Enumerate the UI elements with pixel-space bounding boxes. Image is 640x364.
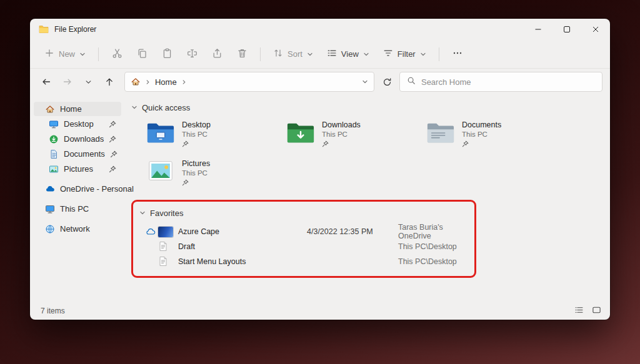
item-name: Start Menu Layouts (178, 257, 307, 266)
sidebar-item-desktop[interactable]: Desktop (34, 117, 121, 131)
home-icon (45, 104, 55, 114)
onedrive-sync-cloud-icon (143, 228, 158, 235)
item-location: This PC\Desktop (398, 257, 474, 266)
document-icon (158, 241, 168, 253)
sidebar-item-documents[interactable]: Documents (34, 147, 121, 161)
desktop-icon (49, 119, 59, 129)
pictures-icon (49, 164, 59, 174)
items-count: 7 items (41, 307, 65, 315)
this-pc-icon (45, 204, 55, 214)
item-location: This PC (182, 169, 210, 177)
downloads-folder-icon (286, 120, 315, 145)
refresh-button[interactable] (378, 73, 396, 91)
sidebar-item-label: Pictures (64, 164, 93, 174)
network-icon (45, 224, 55, 234)
breadcrumb-home[interactable]: Home (155, 77, 177, 87)
cut-button[interactable] (106, 44, 128, 65)
favorites-item-start-menu-layouts[interactable]: Start Menu Layouts This PC\Desktop (139, 255, 474, 268)
rename-icon (187, 48, 198, 61)
sidebar-item-onedrive[interactable]: OneDrive - Personal (34, 182, 121, 196)
pin-icon (109, 165, 116, 173)
view-label: View (341, 49, 359, 59)
up-button[interactable] (101, 73, 118, 91)
sidebar-item-label: Downloads (64, 134, 104, 144)
delete-button[interactable] (231, 44, 253, 65)
quick-access-item-downloads[interactable]: Downloads This PC (282, 117, 422, 154)
maximize-button[interactable] (552, 19, 581, 40)
search-icon (407, 76, 416, 87)
item-location: Taras Buria's OneDrive (398, 223, 474, 240)
chevron-right-icon (145, 79, 151, 85)
items-view: Quick access Desktop This PC (125, 95, 610, 302)
sidebar-item-home[interactable]: Home (34, 102, 121, 116)
sidebar-item-pictures[interactable]: Pictures (34, 162, 121, 176)
section-title: Favorites (150, 209, 183, 218)
paste-button[interactable] (156, 44, 178, 65)
address-bar[interactable]: Home (124, 72, 374, 92)
sort-label: Sort (288, 49, 302, 59)
downloads-icon (49, 134, 59, 144)
sidebar-item-downloads[interactable]: Downloads (34, 132, 121, 146)
address-dropdown-chevron-icon[interactable] (362, 79, 368, 85)
pictures-photo-icon (146, 159, 175, 184)
chevron-down-icon (363, 51, 369, 57)
item-name: Pictures (182, 159, 210, 168)
sort-button[interactable]: Sort (268, 44, 319, 64)
section-title: Quick access (142, 103, 190, 112)
item-location: This PC (182, 130, 211, 138)
quick-access-item-documents[interactable]: Documents This PC (422, 117, 562, 154)
search-box[interactable] (399, 72, 602, 92)
pin-icon (182, 179, 210, 186)
filter-label: Filter (398, 49, 416, 59)
new-button[interactable]: New (39, 44, 91, 64)
share-icon (212, 48, 222, 61)
view-button[interactable]: View (321, 44, 375, 64)
navigation-pane: Home Desktop Downloads (30, 95, 125, 302)
details-view-toggle-icon[interactable] (574, 305, 584, 317)
forward-button[interactable] (59, 73, 76, 91)
sidebar-item-network[interactable]: Network (34, 222, 121, 236)
minimize-button[interactable] (524, 19, 552, 40)
recent-locations-button[interactable] (79, 73, 97, 91)
rename-button[interactable] (181, 44, 203, 65)
quick-access-item-pictures[interactable]: Pictures This PC (142, 156, 282, 192)
share-button[interactable] (206, 44, 228, 65)
home-icon (131, 77, 141, 87)
onedrive-cloud-icon (45, 184, 55, 194)
close-button[interactable] (581, 19, 610, 40)
chevron-down-icon (79, 51, 86, 57)
sidebar-item-label: This PC (60, 204, 89, 214)
item-name: Downloads (322, 121, 361, 129)
sidebar-item-label: Documents (64, 149, 105, 159)
item-date: 4/3/2022 12:35 PM (307, 227, 398, 236)
documents-icon (49, 149, 59, 159)
filter-button[interactable]: Filter (378, 44, 432, 64)
command-bar: New (30, 40, 610, 69)
documents-folder-icon (426, 120, 455, 145)
favorites-item-azure-cape[interactable]: Azure Cape 4/3/2022 12:35 PM Taras Buria… (139, 225, 474, 239)
sidebar-item-this-pc[interactable]: This PC (34, 202, 121, 216)
pin-icon (462, 140, 501, 147)
large-thumbnails-view-toggle-icon[interactable] (592, 305, 601, 317)
sidebar-item-label: Desktop (64, 119, 94, 129)
back-button[interactable] (38, 73, 55, 91)
search-input[interactable] (421, 77, 595, 87)
pin-icon (322, 140, 361, 147)
quick-access-item-desktop[interactable]: Desktop This PC (142, 117, 282, 154)
quick-access-header[interactable]: Quick access (131, 101, 604, 114)
titlebar[interactable]: File Explorer (30, 19, 610, 40)
toolbar-divider (98, 47, 99, 61)
folder-icon (39, 24, 49, 34)
pin-icon (182, 140, 211, 147)
document-icon (158, 256, 168, 268)
quick-access-grid: Desktop This PC Downloads This PC (131, 117, 604, 192)
chevron-right-icon (181, 79, 187, 85)
favorites-header[interactable]: Favorites (139, 207, 474, 219)
more-options-button[interactable] (446, 44, 469, 64)
file-explorer-window: File Explorer New (30, 19, 610, 320)
toolbar-divider (439, 47, 439, 61)
copy-button[interactable] (131, 44, 153, 65)
favorites-list: Azure Cape 4/3/2022 12:35 PM Taras Buria… (139, 225, 474, 268)
desktop-background: File Explorer New (0, 0, 640, 364)
favorites-item-draft[interactable]: Draft This PC\Desktop (139, 240, 474, 253)
